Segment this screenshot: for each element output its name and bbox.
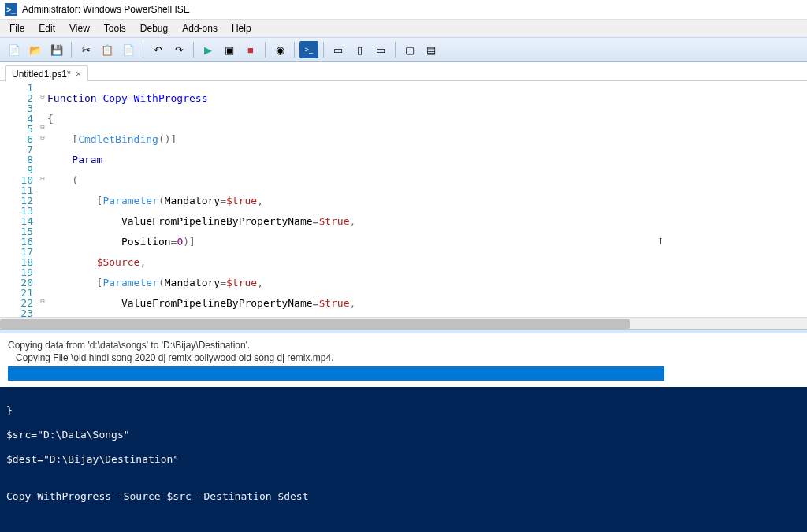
window-title: Administrator: Windows PowerShell ISE [22, 4, 190, 15]
tab-row: Untitled1.ps1* × [0, 62, 807, 81]
horizontal-scrollbar[interactable] [0, 317, 807, 329]
menu-tools[interactable]: Tools [98, 21, 132, 35]
powershell-button[interactable]: >_ [299, 41, 318, 58]
layout2-button[interactable]: ▯ [350, 41, 369, 58]
paste-button[interactable]: 📄 [119, 41, 138, 58]
separator [143, 42, 143, 58]
script-tab[interactable]: Untitled1.ps1* × [5, 65, 88, 81]
undo-button[interactable]: ↶ [148, 41, 167, 58]
menu-help[interactable]: Help [225, 21, 258, 35]
menu-view[interactable]: View [63, 21, 96, 35]
progress-activity: Copying data from 'd:\data\songs' to 'D:… [8, 340, 799, 351]
layout3-button[interactable]: ▭ [371, 41, 390, 58]
toolbar: 📄 📂 💾 ✂ 📋 📄 ↶ ↷ ▶ ▣ ■ ◉ >_ ▭ ▯ ▭ ▢ ▤ [0, 37, 807, 62]
text-cursor-icon: I [659, 236, 662, 246]
menu-edit[interactable]: Edit [32, 21, 61, 35]
fold-column[interactable]: ⊟⊟⊟⊟⊟ [38, 81, 47, 317]
console-pane[interactable]: } $src="D:\Data\Songs" $dest="D:\Bijay\D… [0, 387, 807, 532]
console-line: $dest="D:\Bijay\Destination" [6, 453, 801, 466]
new-button[interactable]: 📄 [5, 41, 24, 58]
open-button[interactable]: 📂 [26, 41, 45, 58]
title-bar: >_ Administrator: Windows PowerShell ISE [0, 0, 807, 19]
run-selection-button[interactable]: ▣ [220, 41, 239, 58]
progress-bar [8, 366, 799, 381]
separator [71, 42, 72, 58]
breakpoint-button[interactable]: ◉ [270, 41, 289, 58]
console-line: Copy-WithProgress -Source $src -Destinat… [6, 490, 801, 503]
code-area[interactable]: Function Copy-WithProgress { [CmdletBind… [47, 81, 807, 317]
show-command-button[interactable]: ▤ [422, 41, 441, 58]
menu-debug[interactable]: Debug [134, 21, 174, 35]
close-tab-icon[interactable]: × [76, 68, 82, 80]
layout1-button[interactable]: ▭ [329, 41, 348, 58]
command-addon-button[interactable]: ▢ [400, 41, 419, 58]
progress-pane: Copying data from 'd:\data\songs' to 'D:… [0, 333, 807, 387]
console-line: $src="D:\Data\Songs" [6, 429, 801, 441]
progress-fill [8, 366, 664, 381]
scrollbar-thumb[interactable] [0, 319, 630, 329]
menu-addons[interactable]: Add-ons [176, 21, 224, 35]
separator [323, 42, 324, 58]
run-button[interactable]: ▶ [199, 41, 218, 58]
app-icon: >_ [5, 3, 17, 16]
cut-button[interactable]: ✂ [76, 41, 95, 58]
save-button[interactable]: 💾 [47, 41, 66, 58]
menu-bar: File Edit View Tools Debug Add-ons Help [0, 19, 807, 37]
progress-status: Copying File \old hindi song 2020 dj rem… [16, 352, 799, 363]
line-numbers: 1234567891011121314151617181920212223242… [0, 81, 38, 317]
menu-file[interactable]: File [3, 21, 31, 35]
script-editor[interactable]: 1234567891011121314151617181920212223242… [0, 81, 807, 317]
separator [294, 42, 295, 58]
separator [265, 42, 266, 58]
redo-button[interactable]: ↷ [169, 41, 188, 58]
stop-button[interactable]: ■ [241, 41, 260, 58]
tab-label: Untitled1.ps1* [12, 69, 71, 80]
separator [193, 42, 194, 58]
copy-button[interactable]: 📋 [98, 41, 117, 58]
separator [395, 42, 396, 58]
console-line: } [6, 404, 801, 417]
